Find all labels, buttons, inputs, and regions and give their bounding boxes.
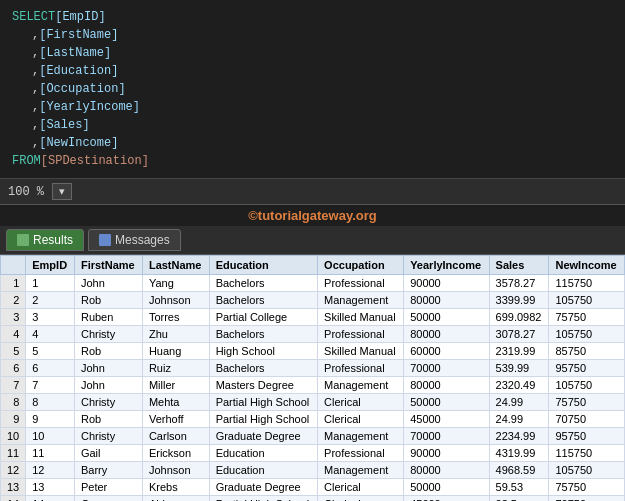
table-row[interactable]: 77JohnMillerMasters DegreeManagement8000…	[1, 377, 625, 394]
cell-sales: 3078.27	[489, 326, 549, 343]
cell-empid: 6	[26, 360, 75, 377]
cell-occupation: Management	[318, 428, 404, 445]
row-number-header	[1, 256, 26, 275]
table-row[interactable]: 1010ChristyCarlsonGraduate DegreeManagem…	[1, 428, 625, 445]
cell-occupation: Clerical	[318, 496, 404, 502]
cell-education: Education	[209, 462, 317, 479]
sql-line: ,[Occupation]	[12, 80, 613, 98]
cell-firstname: Rob	[74, 411, 142, 428]
cell-empid: 7	[26, 377, 75, 394]
cell-education: Bachelors	[209, 326, 317, 343]
sql-line: FROM [SPDestination]	[12, 152, 613, 170]
cell-sales: 4319.99	[489, 445, 549, 462]
cell-education: Partial High School	[209, 394, 317, 411]
cell-sales: 699.0982	[489, 309, 549, 326]
cell-occupation: Professional	[318, 326, 404, 343]
cell-lastname: Alderson	[142, 496, 209, 502]
table-row[interactable]: 66JohnRuizBachelorsProfessional70000539.…	[1, 360, 625, 377]
cell-education: High School	[209, 343, 317, 360]
tab-results[interactable]: Results	[6, 229, 84, 251]
cell-sales: 2319.99	[489, 343, 549, 360]
row-number: 6	[1, 360, 26, 377]
cell-yearlyincome: 90000	[404, 445, 489, 462]
cell-firstname: Ruben	[74, 309, 142, 326]
column-header-yearlyincome: YearlyIncome	[404, 256, 489, 275]
table-row[interactable]: 1212BarryJohnsonEducationManagement80000…	[1, 462, 625, 479]
cell-empid: 9	[26, 411, 75, 428]
cell-firstname: John	[74, 360, 142, 377]
row-number: 12	[1, 462, 26, 479]
cell-empid: 4	[26, 326, 75, 343]
results-table: EmpIDFirstNameLastNameEducationOccupatio…	[0, 255, 625, 501]
cell-newincome: 95750	[549, 360, 625, 377]
cell-education: Partial High School	[209, 496, 317, 502]
cell-education: Bachelors	[209, 275, 317, 292]
table-row[interactable]: 55RobHuangHigh SchoolSkilled Manual60000…	[1, 343, 625, 360]
cell-sales: 3399.99	[489, 292, 549, 309]
cell-sales: 2320.49	[489, 377, 549, 394]
cell-lastname: Erickson	[142, 445, 209, 462]
cell-newincome: 75750	[549, 479, 625, 496]
cell-occupation: Management	[318, 462, 404, 479]
cell-firstname: Gail	[74, 445, 142, 462]
column-header-firstname: FirstName	[74, 256, 142, 275]
cell-newincome: 95750	[549, 428, 625, 445]
table-row[interactable]: 22RobJohnsonBachelorsManagement800003399…	[1, 292, 625, 309]
cell-lastname: Krebs	[142, 479, 209, 496]
cell-education: Education	[209, 445, 317, 462]
cell-empid: 10	[26, 428, 75, 445]
table-row[interactable]: 33RubenTorresPartial CollegeSkilled Manu…	[1, 309, 625, 326]
cell-empid: 1	[26, 275, 75, 292]
cell-firstname: Barry	[74, 462, 142, 479]
cell-newincome: 85750	[549, 343, 625, 360]
messages-icon	[99, 234, 111, 246]
percent-dropdown[interactable]: ▾	[52, 183, 72, 200]
table-row[interactable]: 88ChristyMehtaPartial High SchoolClerica…	[1, 394, 625, 411]
table-row[interactable]: 99RobVerhoffPartial High SchoolClerical4…	[1, 411, 625, 428]
cell-firstname: Christy	[74, 428, 142, 445]
table-row[interactable]: 1111GailEricksonEducationProfessional900…	[1, 445, 625, 462]
cell-firstname: Greg	[74, 496, 142, 502]
row-number: 14	[1, 496, 26, 502]
cell-firstname: Rob	[74, 292, 142, 309]
tab-results-label: Results	[33, 233, 73, 247]
cell-yearlyincome: 90000	[404, 275, 489, 292]
row-number: 4	[1, 326, 26, 343]
cell-lastname: Johnson	[142, 292, 209, 309]
cell-empid: 5	[26, 343, 75, 360]
cell-sales: 3578.27	[489, 275, 549, 292]
watermark: ©tutorialgateway.org	[0, 205, 625, 226]
cell-sales: 59.53	[489, 479, 549, 496]
cell-education: Graduate Degree	[209, 479, 317, 496]
cell-newincome: 75750	[549, 394, 625, 411]
tab-messages[interactable]: Messages	[88, 229, 181, 251]
row-number: 9	[1, 411, 26, 428]
cell-empid: 12	[26, 462, 75, 479]
cell-sales: 23.5	[489, 496, 549, 502]
sql-line: ,[YearlyIncome]	[12, 98, 613, 116]
column-header-newincome: NewIncome	[549, 256, 625, 275]
table-row[interactable]: 11JohnYangBachelorsProfessional900003578…	[1, 275, 625, 292]
cell-empid: 13	[26, 479, 75, 496]
cell-occupation: Professional	[318, 275, 404, 292]
table-row[interactable]: 1313PeterKrebsGraduate DegreeClerical500…	[1, 479, 625, 496]
table-row[interactable]: 44ChristyZhuBachelorsProfessional8000030…	[1, 326, 625, 343]
cell-empid: 11	[26, 445, 75, 462]
table-row[interactable]: 1414GregAldersonPartial High SchoolCleri…	[1, 496, 625, 502]
cell-occupation: Clerical	[318, 411, 404, 428]
cell-lastname: Yang	[142, 275, 209, 292]
column-header-occupation: Occupation	[318, 256, 404, 275]
cell-newincome: 115750	[549, 275, 625, 292]
cell-empid: 8	[26, 394, 75, 411]
cell-sales: 24.99	[489, 394, 549, 411]
cell-empid: 3	[26, 309, 75, 326]
cell-yearlyincome: 60000	[404, 343, 489, 360]
row-number: 3	[1, 309, 26, 326]
cell-firstname: Peter	[74, 479, 142, 496]
cell-lastname: Zhu	[142, 326, 209, 343]
cell-occupation: Management	[318, 377, 404, 394]
sql-line: ,[FirstName]	[12, 26, 613, 44]
cell-occupation: Skilled Manual	[318, 343, 404, 360]
row-number: 13	[1, 479, 26, 496]
cell-lastname: Johnson	[142, 462, 209, 479]
